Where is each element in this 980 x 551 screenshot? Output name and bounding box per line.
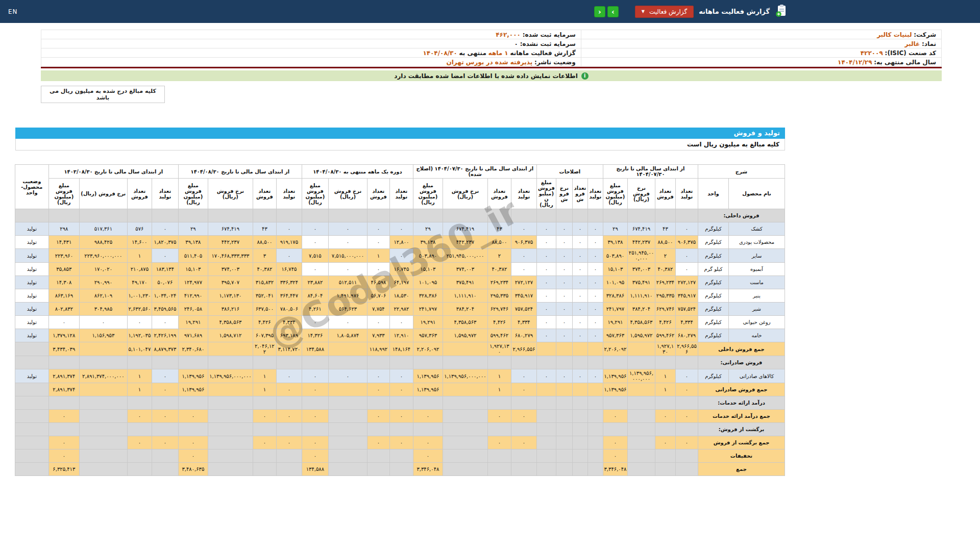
report-type-dropdown[interactable]: گزارش فعالیت ▼ — [635, 6, 694, 18]
symbol-value: غالبر — [905, 40, 920, 47]
table-cell: ۰ — [572, 263, 587, 276]
table-cell — [328, 342, 367, 356]
table-cell: ۰ — [152, 249, 178, 263]
table-cell — [79, 463, 127, 476]
report-dropdown-label: گزارش فعالیت — [649, 8, 687, 15]
table-cell: ۲,۲۰۶,۰۹۲ — [603, 342, 627, 356]
table-cell: ۳,۴۳۴,۰۳۹ — [48, 342, 79, 356]
table-cell: ۰ — [367, 263, 389, 276]
table-cell: ۰ — [79, 316, 127, 329]
table-cell: ۲۲,۹۸۲ — [389, 303, 413, 316]
table-cell — [276, 396, 302, 410]
table-cell: ۳۲۸,۳۸۶ — [413, 289, 443, 303]
table-cell — [556, 396, 572, 410]
table-cell: ۰ — [152, 369, 178, 383]
table-cell: ۵۷۶ — [127, 222, 152, 236]
table-cell: ۹۸۸,۴۲۵ — [79, 236, 127, 249]
table-cell: ۰ — [276, 222, 302, 236]
table-cell: ۰ — [511, 369, 536, 383]
table-cell — [587, 209, 603, 222]
product-name: ماست — [729, 276, 785, 289]
table-cell — [389, 423, 413, 436]
table-cell: ۴۰,۳۸۲ — [655, 263, 675, 276]
table-cell — [536, 396, 556, 410]
table-cell: ۲۷۲,۱۲۷ — [511, 276, 536, 289]
table-cell: ۰ — [253, 436, 276, 449]
table-cell: ۵۹۹,۴۶۲ — [655, 329, 675, 342]
table-cell — [253, 463, 276, 476]
table-cell: ۴۶,۵۹۸ — [367, 276, 389, 289]
table-cell: ۰ — [302, 369, 328, 383]
table-cell: ۰ — [536, 303, 556, 316]
table-row: روغن حیوانیکیلوگرم۴,۳۳۴۴,۴۲۶۴,۳۵۸,۵۶۳۱۹,… — [15, 316, 785, 329]
table-row: جمع برگشت از فروش۰۰۰۰۰۰۰۰۰۰۰۰۰۰۰ — [15, 436, 785, 449]
prev-report-button[interactable]: ‹ — [594, 6, 605, 17]
table-cell: ۰ — [389, 436, 413, 449]
table-cell: ۱,۱۳۹,۹۵۶,۰۰۰,۰۰۰ — [208, 369, 253, 383]
table-cell: ۱۴,۶۰۰ — [127, 236, 152, 249]
product-unit: کیلوگرم — [698, 222, 728, 236]
table-cell — [536, 463, 556, 476]
table-cell: ۱,۱۳۹,۹۵۶ — [603, 369, 627, 383]
col-subheader: نرخ فروش (ریال) — [208, 179, 253, 209]
table-cell: ۸۰۲,۸۳۲ — [48, 303, 79, 316]
table-cell: ۹۵۷,۳۶۳ — [603, 329, 627, 342]
table-cell: ۰ — [655, 410, 675, 423]
table-cell: ۰ — [389, 316, 413, 329]
product-name: کالاهای صادراتی — [729, 369, 785, 383]
table-cell: ۲۲۳,۹۶۰ — [48, 249, 79, 263]
table-cell: ۶۹۳,۱۸۹ — [276, 329, 302, 342]
table-cell — [443, 356, 487, 369]
table-cell: ۳۳۶,۳۲۴ — [276, 276, 302, 289]
next-report-button[interactable]: › — [607, 6, 619, 17]
table-cell: ۱۰۱,۰۹۵ — [413, 276, 443, 289]
table-cell: ۱۶,۷۴۵ — [276, 263, 302, 276]
table-cell: ۰ — [556, 316, 572, 329]
product-name: پنیر — [729, 289, 785, 303]
table-cell: ۰ — [389, 369, 413, 383]
table-row: محصولات پودریکیلوگرم۹۰۶,۳۷۵۸۸,۵۰۰۴۴۲,۲۳۷… — [15, 236, 785, 249]
table-cell — [367, 356, 389, 369]
table-cell — [572, 396, 587, 410]
table-cell — [152, 209, 178, 222]
report-nav-arrows: › ‹ — [594, 6, 619, 17]
symbol-cell: نماد: غالبر — [581, 39, 941, 48]
table-cell: ۱۶,۷۴۵ — [389, 263, 413, 276]
table-cell — [511, 449, 536, 463]
navbar-right-group: گزارش فعالیت ماهانه گزارش فعالیت ▼ › ‹ — [594, 4, 788, 19]
table-cell — [443, 449, 487, 463]
col-subheader: تعداد فروش — [487, 179, 511, 209]
publisher-status-cell: وضعیت ناشر: پذیرفته شده در بورس تهران — [41, 58, 581, 67]
table-cell: ۸۸,۵۰۰ — [487, 236, 511, 249]
col-subheader: مبلغ فروش (میلیون ریال) — [536, 179, 556, 209]
registered-capital-cell: سرمایه ثبت شده: ۴۶۲,۰۰۰ — [41, 30, 581, 39]
product-unit: کیلوگرم — [698, 276, 728, 289]
table-cell — [302, 356, 328, 369]
table-cell — [536, 342, 556, 356]
table-cell — [511, 356, 536, 369]
table-cell: ۴,۴۲۶ — [655, 316, 675, 329]
table-cell: ۰ — [603, 436, 627, 449]
product-name: محصولات پودری — [729, 236, 785, 249]
table-cell — [587, 449, 603, 463]
table-cell: ۵,۱۰۱,۰۴۷ — [127, 342, 152, 356]
table-cell — [443, 436, 487, 449]
language-toggle[interactable]: EN — [8, 8, 18, 15]
product-unit: کیلوگرم — [698, 303, 728, 316]
table-cell: ۰ — [587, 316, 603, 329]
table-cell: ۰ — [511, 383, 536, 396]
table-row: خامهکیلوگرم۶۸۰,۲۷۹۵۹۹,۴۶۲۱,۵۹۵,۹۷۲۹۵۷,۳۶… — [15, 329, 785, 342]
table-cell: ۲۴۱,۷۹۷ — [603, 303, 627, 316]
product-status: تولید — [15, 289, 48, 303]
table-cell: ۲۵۱,۹۴۵,۰۰۰,۰۰۰ — [627, 249, 655, 263]
table-cell — [253, 209, 276, 222]
section-row: فروش صادراتی: — [15, 356, 785, 369]
table-cell: ۱,۱۳۹,۹۵۶,۰۰۰,۰۰۰ — [443, 369, 487, 383]
table-cell: ۷,۵۱۵ — [302, 249, 328, 263]
table-cell — [48, 396, 79, 410]
table-row: جمع فروش صادراتی۰۱۱,۱۳۹,۹۵۶۰۱۱,۱۳۹,۹۵۶۰۰… — [15, 383, 785, 396]
table-cell — [328, 436, 367, 449]
table-cell — [572, 356, 587, 369]
table-cell: ۰ — [152, 316, 178, 329]
col-subheader: مبلغ فروش (میلیون ریال) — [48, 179, 79, 209]
